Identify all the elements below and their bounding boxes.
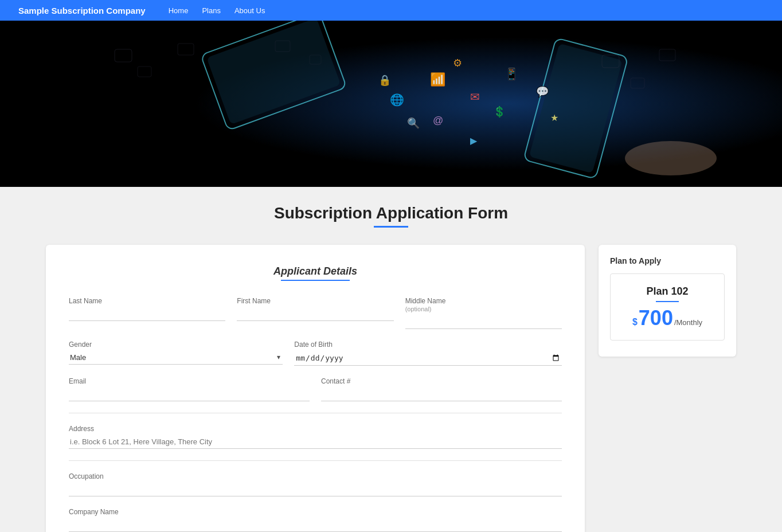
svg-text:✉: ✉ — [470, 91, 480, 103]
plan-name: Plan 102 — [620, 285, 715, 298]
contact-group: Contact # — [321, 377, 562, 401]
svg-text:🔍: 🔍 — [407, 117, 420, 130]
email-contact-row: Email Contact # — [69, 377, 562, 401]
svg-point-26 — [625, 141, 717, 175]
gender-select[interactable]: Male Female Other — [69, 351, 283, 365]
plan-underline — [656, 301, 679, 302]
svg-text:💬: 💬 — [536, 85, 549, 98]
contact-input[interactable] — [321, 388, 562, 401]
svg-text:📱: 📱 — [505, 67, 519, 81]
dob-group: Date of Birth — [294, 341, 562, 366]
svg-text:🔒: 🔒 — [378, 74, 392, 87]
svg-text:📶: 📶 — [430, 72, 446, 87]
svg-text:⚙: ⚙ — [453, 57, 462, 69]
occupation-row: Occupation — [69, 472, 562, 496]
address-label: Address — [69, 425, 562, 433]
nav-links: Home Plans About Us — [169, 6, 265, 15]
nav-home[interactable]: Home — [169, 6, 189, 15]
gender-dob-row: Gender Male Female Other Date of Birth — [69, 341, 562, 366]
company-group: Company Name — [69, 508, 562, 532]
plan-card: Plan to Apply Plan 102 $ 700 /Monthly — [599, 245, 736, 357]
form-section-title: Applicant Details — [69, 265, 562, 277]
address-row: Address — [69, 425, 562, 449]
first-name-input[interactable] — [237, 307, 393, 321]
occupation-label: Occupation — [69, 472, 562, 480]
plan-price: $ 700 /Monthly — [620, 308, 715, 328]
contact-label: Contact # — [321, 377, 562, 385]
content-row: Applicant Details Last Name First Name — [46, 245, 736, 532]
main-content: Subscription Application Form Applicant … — [0, 187, 782, 532]
svg-text:@: @ — [433, 115, 443, 126]
company-label: Company Name — [69, 508, 562, 516]
plan-period: /Monthly — [674, 318, 702, 327]
dob-label: Date of Birth — [294, 341, 562, 349]
divider-1 — [69, 413, 562, 413]
application-form: Last Name First Name Middle Name (option… — [69, 297, 562, 532]
middle-name-group: Middle Name (optional) — [405, 297, 562, 329]
plan-dollar: $ — [632, 317, 638, 327]
nav-brand: Sample Subscription Company — [18, 6, 146, 15]
gender-label: Gender — [69, 341, 283, 349]
company-input[interactable] — [69, 518, 562, 532]
company-row: Company Name — [69, 508, 562, 532]
last-name-input[interactable] — [69, 307, 225, 321]
dob-input[interactable] — [294, 351, 562, 366]
title-underline — [374, 226, 408, 228]
middle-name-label: Middle Name (optional) — [405, 297, 562, 313]
navbar: Sample Subscription Company Home Plans A… — [0, 0, 782, 21]
first-name-label: First Name — [237, 297, 393, 305]
address-group: Address — [69, 425, 562, 449]
email-group: Email — [69, 377, 310, 401]
page-title: Subscription Application Form — [46, 204, 736, 222]
plan-card-title: Plan to Apply — [610, 256, 725, 265]
svg-text:▶: ▶ — [470, 136, 478, 146]
last-name-group: Last Name — [69, 297, 225, 329]
email-label: Email — [69, 377, 310, 385]
gender-group: Gender Male Female Other — [69, 341, 283, 366]
occupation-group: Occupation — [69, 472, 562, 496]
plan-amount: 700 — [639, 308, 673, 328]
gender-select-wrapper[interactable]: Male Female Other — [69, 351, 283, 365]
plan-box: Plan 102 $ 700 /Monthly — [610, 273, 725, 341]
form-section-underline — [281, 280, 350, 281]
last-name-label: Last Name — [69, 297, 225, 305]
first-name-group: First Name — [237, 297, 393, 329]
divider-2 — [69, 460, 562, 461]
nav-plans[interactable]: Plans — [202, 6, 221, 15]
nav-about[interactable]: About Us — [234, 6, 265, 15]
form-card: Applicant Details Last Name First Name — [46, 245, 585, 532]
email-input[interactable] — [69, 388, 310, 401]
name-row: Last Name First Name Middle Name (option… — [69, 297, 562, 329]
svg-text:🌐: 🌐 — [390, 93, 404, 107]
occupation-input[interactable] — [69, 483, 562, 496]
hero-section: 📶 ✉ 🌐 📱 🔍 ⚙ ▶ @ 💲 💬 🔒 ★ — [0, 21, 782, 187]
middle-name-input[interactable] — [405, 315, 562, 329]
svg-text:★: ★ — [550, 113, 558, 123]
address-input[interactable] — [69, 435, 562, 449]
svg-text:💲: 💲 — [493, 105, 506, 118]
